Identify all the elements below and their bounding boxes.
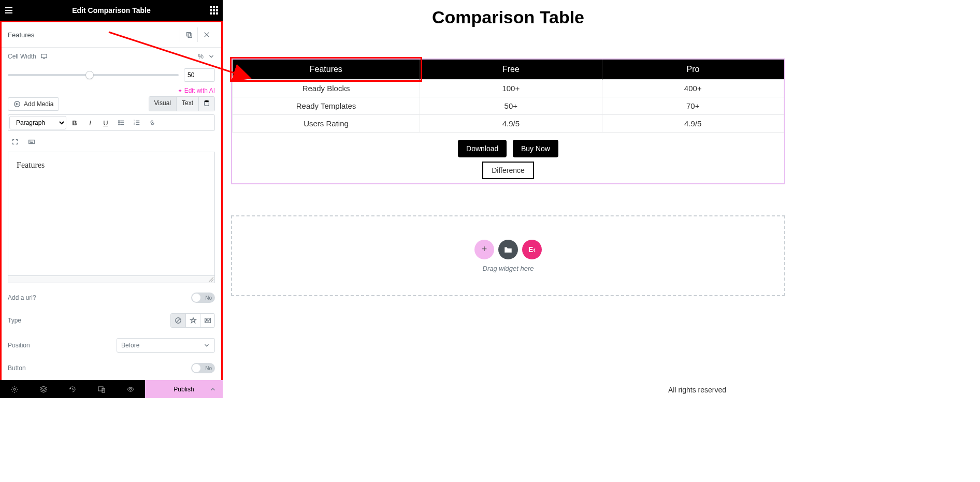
svg-point-12: [15, 101, 20, 107]
svg-text:3: 3: [134, 123, 135, 125]
add-media-button[interactable]: Add Media: [8, 97, 59, 111]
table-row: Users Rating 4.9/5 4.9/5: [233, 115, 784, 133]
cell-width-row: Cell Width %: [2, 48, 221, 65]
svg-rect-22: [205, 318, 210, 323]
table-row: Ready Templates 50+ 70+: [233, 97, 784, 115]
button-toggle[interactable]: No: [191, 363, 215, 373]
svg-rect-3: [210, 9, 212, 11]
cell-width-slider[interactable]: [8, 74, 179, 76]
position-label: Position: [8, 342, 30, 349]
italic-button[interactable]: I: [83, 116, 97, 129]
sidebar-header: Edit Comparison Table: [0, 0, 223, 21]
svg-rect-7: [213, 12, 215, 14]
download-button[interactable]: Download: [458, 140, 507, 157]
menu-icon[interactable]: [4, 6, 13, 15]
rich-text-editor[interactable]: Features: [8, 152, 215, 276]
unit-label[interactable]: %: [198, 53, 204, 60]
folder-icon: [503, 245, 513, 254]
settings-icon-button[interactable]: [0, 380, 29, 398]
table-header-pro[interactable]: Pro: [602, 60, 784, 80]
item-header: Features: [2, 22, 221, 48]
keyboard-icon-button[interactable]: [24, 135, 39, 149]
svg-rect-9: [186, 33, 190, 36]
add-url-toggle[interactable]: No: [191, 293, 215, 303]
cell-width-label: Cell Width: [8, 53, 36, 60]
tab-text[interactable]: Text: [176, 97, 198, 111]
table-header-features[interactable]: Features: [233, 60, 420, 80]
chevron-up-icon[interactable]: [209, 386, 217, 393]
chevron-down-icon[interactable]: [208, 53, 215, 60]
unordered-list-button[interactable]: [114, 116, 128, 129]
plus-icon: +: [482, 244, 487, 255]
preview-icon-button[interactable]: [116, 380, 145, 398]
type-label: Type: [8, 317, 21, 324]
panel-title: Edit Comparison Table: [13, 6, 209, 14]
svg-rect-5: [216, 9, 218, 11]
history-icon-button[interactable]: [58, 380, 87, 398]
svg-point-27: [129, 388, 132, 390]
duplicate-button[interactable]: [180, 27, 197, 42]
svg-rect-8: [216, 12, 218, 14]
type-star-button[interactable]: [185, 314, 200, 327]
svg-rect-4: [213, 9, 215, 11]
page-heading: Comparison Table: [223, 7, 794, 27]
svg-point-23: [206, 319, 207, 320]
add-url-label: Add a url?: [8, 294, 36, 301]
ek-icon: E‹: [528, 245, 536, 254]
tab-visual[interactable]: Visual: [149, 97, 176, 111]
type-segmented: [170, 313, 215, 328]
bold-button[interactable]: B: [67, 116, 82, 129]
cell-width-input[interactable]: [184, 68, 215, 82]
sparkle-icon: ✦: [178, 87, 182, 94]
svg-point-14: [119, 121, 120, 122]
ordered-list-button[interactable]: 123: [129, 116, 144, 129]
item-label: Features: [8, 31, 34, 39]
publish-button[interactable]: Publish: [145, 380, 223, 398]
desktop-icon[interactable]: [40, 53, 48, 60]
svg-rect-2: [216, 6, 218, 8]
edit-with-ai-link[interactable]: ✦ Edit with AI: [2, 87, 221, 96]
paragraph-format-select[interactable]: Paragraph: [9, 116, 66, 129]
link-button[interactable]: [145, 116, 160, 129]
template-library-button[interactable]: [498, 240, 518, 259]
close-button[interactable]: [197, 27, 215, 42]
apps-grid-icon[interactable]: [209, 6, 219, 15]
dropzone-label: Drag widget here: [483, 265, 534, 272]
footer-text: All rights reserved: [668, 386, 726, 394]
svg-rect-6: [210, 12, 212, 14]
database-icon-button[interactable]: [198, 97, 214, 111]
layers-icon-button[interactable]: [29, 380, 58, 398]
add-section-button[interactable]: +: [474, 240, 494, 259]
elementskit-button[interactable]: E‹: [522, 240, 542, 259]
svg-point-15: [119, 122, 120, 123]
type-none-button[interactable]: [171, 314, 185, 327]
editor-resize-handle[interactable]: [8, 276, 215, 283]
button-label: Button: [8, 364, 26, 372]
svg-rect-0: [210, 6, 212, 8]
svg-rect-1: [213, 6, 215, 8]
media-icon: [13, 100, 21, 108]
table-header-free[interactable]: Free: [420, 60, 602, 80]
underline-button[interactable]: U: [98, 116, 113, 129]
widget-dropzone[interactable]: + E‹ Drag widget here: [231, 215, 785, 296]
svg-point-13: [205, 100, 209, 103]
svg-rect-25: [98, 387, 103, 391]
bottom-bar: Publish: [0, 380, 223, 398]
responsive-icon-button[interactable]: [87, 380, 116, 398]
comparison-table-widget[interactable]: Features Free Pro Ready Blocks 100+ 400+: [231, 59, 785, 184]
svg-rect-10: [188, 34, 192, 37]
fullscreen-button[interactable]: [8, 135, 22, 149]
table-row: Ready Blocks 100+ 400+: [233, 80, 784, 97]
type-image-button[interactable]: [200, 314, 214, 327]
svg-point-16: [119, 124, 120, 125]
difference-button[interactable]: Difference: [482, 162, 534, 179]
svg-rect-11: [41, 54, 47, 58]
buy-now-button[interactable]: Buy Now: [513, 140, 558, 157]
position-select[interactable]: Before: [117, 338, 215, 353]
svg-point-24: [13, 388, 16, 390]
chevron-down-icon: [203, 342, 210, 349]
